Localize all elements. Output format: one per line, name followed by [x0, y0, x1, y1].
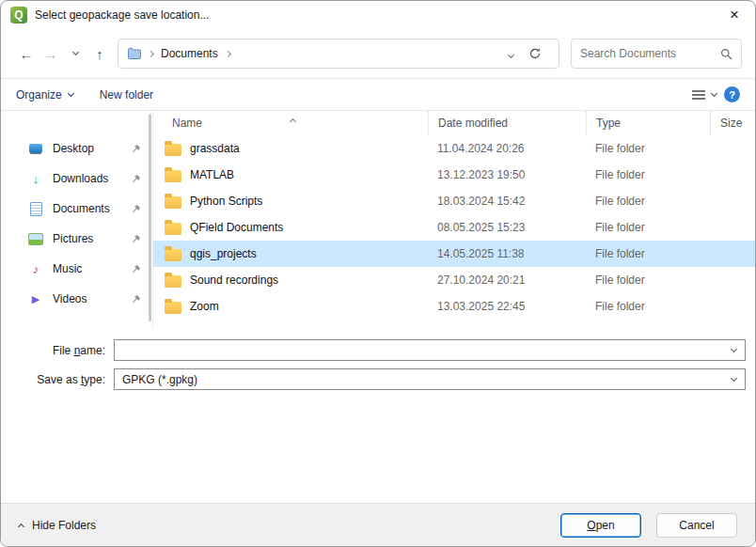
file-rows: grassdata 11.04.2024 20:26 File folder M… [153, 135, 755, 327]
column-header-size[interactable]: Size [710, 111, 755, 135]
file-name: qgis_projects [190, 247, 257, 260]
change-view-button[interactable] [691, 88, 717, 102]
column-header-type[interactable]: Type [586, 111, 710, 135]
footer-bar: Hide Folders Open Cancel [1, 503, 755, 546]
pin-icon[interactable] [131, 264, 141, 274]
forward-button[interactable]: → [39, 40, 63, 67]
folder-icon [165, 249, 181, 261]
organize-button[interactable]: Organize [16, 88, 73, 102]
refresh-button[interactable] [521, 40, 549, 67]
fields-area: File name: Save as type: GPKG (*.gpkg) [1, 327, 755, 503]
file-name-input[interactable] [115, 340, 745, 360]
file-date-modified: 14.05.2025 11:38 [428, 247, 586, 260]
file-type: File folder [586, 274, 710, 287]
file-name-cell: qgis_projects [153, 246, 428, 261]
desktop-icon [27, 141, 44, 156]
breadcrumb-separator-icon [148, 50, 154, 56]
file-date-modified: 13.12.2023 19:50 [428, 168, 586, 181]
save-as-type-row: Save as type: GPKG (*.gpkg) [1, 368, 755, 390]
column-header-name-label: Name [172, 117, 202, 130]
file-name-row: File name: [1, 339, 755, 361]
file-name-combobox [114, 339, 746, 361]
file-date-modified: 18.03.2024 15:42 [428, 195, 586, 208]
breadcrumb-separator-icon[interactable] [225, 50, 231, 56]
file-name-cell: Zoom [153, 299, 428, 314]
file-name-cell: QField Documents [153, 220, 428, 235]
qgis-app-icon: Q [10, 7, 27, 23]
address-bar[interactable]: Documents [118, 39, 559, 69]
column-header-row: Name Date modified Type Size [153, 111, 755, 135]
file-row[interactable]: qgis_projects 14.05.2025 11:38 File fold… [153, 241, 755, 267]
file-row[interactable]: MATLAB 13.12.2023 19:50 File folder [153, 162, 755, 188]
pin-icon[interactable] [131, 294, 141, 305]
sidebar-item[interactable]: Pictures [1, 224, 152, 254]
file-name: grassdata [190, 142, 240, 155]
pin-icon[interactable] [131, 174, 141, 184]
new-folder-button[interactable]: New folder [100, 88, 153, 102]
file-name-cell: grassdata [153, 141, 428, 156]
new-folder-label: New folder [100, 88, 153, 102]
cancel-button[interactable]: Cancel [656, 513, 737, 538]
file-row[interactable]: grassdata 11.04.2024 20:26 File folder [153, 135, 755, 162]
search-input[interactable] [580, 47, 720, 60]
file-type: File folder [586, 168, 710, 181]
file-row[interactable]: Python Scripts 18.03.2024 15:42 File fol… [153, 188, 755, 214]
recent-locations-button[interactable] [63, 40, 87, 67]
file-name-cell: MATLAB [153, 167, 428, 182]
save-as-type-label: Save as type: [1, 373, 114, 386]
save-as-type-select[interactable]: GPKG (*.gpkg) [114, 368, 746, 390]
pin-icon[interactable] [131, 234, 141, 244]
sidebar-item[interactable]: Videos [1, 284, 152, 314]
hide-folders-button[interactable]: Hide Folders [19, 519, 96, 532]
chevron-down-icon [68, 89, 74, 96]
sidebar-item-label: Music [53, 262, 122, 275]
file-date-modified: 08.05.2025 15:23 [428, 221, 586, 234]
sidebar-item-label: Documents [53, 202, 122, 215]
save-file-dialog: Q Select geopackage save location... × ←… [0, 0, 756, 547]
up-button[interactable]: ↑ [87, 40, 112, 67]
column-header-date-label: Date modified [438, 117, 508, 130]
column-header-type-label: Type [596, 117, 621, 130]
sidebar-item-label: Videos [53, 292, 122, 305]
folder-icon [165, 223, 181, 235]
music-icon [27, 261, 44, 276]
navigation-bar: ← → ↑ Documents [1, 29, 755, 78]
pin-icon[interactable] [131, 144, 141, 154]
cancel-label: Cancel [679, 519, 714, 532]
file-name: QField Documents [190, 221, 283, 234]
folder-icon [165, 302, 181, 314]
folder-icon [165, 196, 181, 209]
sidebar-item[interactable]: Downloads [1, 164, 152, 194]
back-button[interactable]: ← [14, 40, 39, 67]
close-icon[interactable]: × [714, 1, 755, 29]
file-type: File folder [586, 221, 710, 234]
sort-ascending-icon [291, 114, 295, 127]
file-name-cell: Python Scripts [153, 194, 428, 209]
file-row[interactable]: QField Documents 08.05.2025 15:23 File f… [153, 214, 755, 241]
videos-icon [27, 291, 44, 306]
organize-label: Organize [16, 88, 62, 102]
file-row[interactable]: Sound recordings 27.10.2024 20:21 File f… [153, 267, 755, 293]
file-name: MATLAB [190, 168, 234, 181]
address-dropdown-button[interactable] [509, 47, 513, 60]
folder-icon [165, 170, 181, 182]
breadcrumb-segment-documents[interactable]: Documents [161, 47, 218, 60]
downloads-icon [27, 171, 44, 186]
file-row[interactable]: Zoom 13.03.2025 22:45 File folder [153, 293, 755, 320]
file-name: Python Scripts [190, 195, 262, 208]
save-as-type-value: GPKG (*.gpkg) [115, 373, 197, 386]
dialog-title: Select geopackage save location... [35, 8, 209, 22]
file-name: Zoom [190, 300, 219, 313]
hide-folders-label: Hide Folders [32, 519, 96, 532]
sidebar-scrollbar[interactable] [149, 114, 151, 321]
help-button[interactable]: ? [724, 86, 740, 102]
column-header-name[interactable]: Name [153, 111, 428, 135]
sidebar-item[interactable]: Documents [1, 194, 152, 224]
chevron-down-icon [508, 52, 514, 58]
open-button[interactable]: Open [560, 513, 641, 538]
column-header-date-modified[interactable]: Date modified [428, 111, 586, 135]
sidebar-item[interactable]: Music [1, 254, 152, 284]
sidebar-item[interactable]: Desktop [1, 133, 152, 164]
list-view-icon [691, 88, 706, 102]
pin-icon[interactable] [131, 204, 141, 214]
